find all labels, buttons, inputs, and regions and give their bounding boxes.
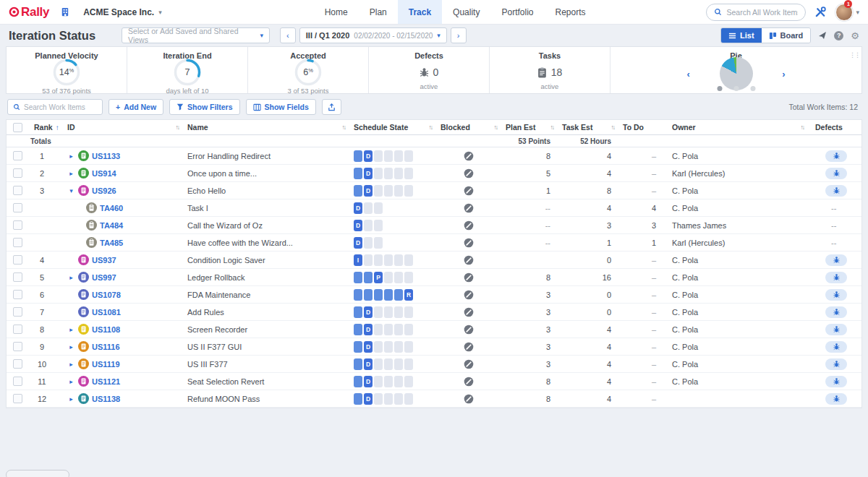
defects-badge[interactable] xyxy=(825,150,847,162)
work-item-id-link[interactable]: US997 xyxy=(92,273,116,282)
blocked-toggle[interactable] xyxy=(441,377,497,387)
sort-icon[interactable]: ↑↓ xyxy=(801,124,804,131)
row-checkbox[interactable] xyxy=(13,359,22,369)
blocked-toggle[interactable] xyxy=(441,359,497,369)
plan-est-cell[interactable]: 8 xyxy=(501,373,558,390)
planned-velocity-card[interactable]: Planned Velocity 14% 53 of 376 points xyxy=(7,47,127,93)
plan-est-cell[interactable]: 3 xyxy=(501,286,558,303)
saved-views-dropdown[interactable]: Select or Add Saved and Shared Views ▾ xyxy=(122,27,270,43)
row-checkbox[interactable] xyxy=(13,342,22,351)
previous-iteration-button[interactable]: ‹ xyxy=(280,27,296,43)
schedule-state-widget[interactable]: D xyxy=(354,324,414,335)
owner-cell[interactable]: C. Pola xyxy=(663,304,808,320)
owner-cell[interactable]: C. Pola xyxy=(663,147,808,164)
schedule-state-widget[interactable]: D xyxy=(354,168,414,179)
work-item-id-link[interactable]: US1138 xyxy=(92,395,120,403)
schedule-state-widget[interactable]: D xyxy=(354,150,414,162)
owner-cell[interactable]: C. Pola xyxy=(663,252,808,268)
column-header-blocked[interactable]: Blocked↑↓ xyxy=(436,120,501,134)
work-item-id-link[interactable]: US937 xyxy=(92,256,116,265)
schedule-state-widget[interactable]: D xyxy=(354,185,414,197)
help-icon[interactable]: ? xyxy=(834,31,843,40)
next-iteration-button[interactable]: › xyxy=(451,27,467,43)
to-do-cell[interactable]: – xyxy=(618,286,663,303)
defects-badge[interactable] xyxy=(825,306,847,318)
plan-est-cell[interactable]: -- xyxy=(501,217,558,233)
to-do-cell[interactable]: – xyxy=(618,165,663,181)
task-est-cell[interactable]: 8 xyxy=(558,182,618,199)
nav-tab-home[interactable]: Home xyxy=(314,0,359,24)
global-search-input[interactable] xyxy=(726,8,798,17)
plan-est-cell[interactable]: 3 xyxy=(501,304,558,320)
row-checkbox[interactable] xyxy=(13,377,22,386)
to-do-cell[interactable]: – xyxy=(618,338,663,355)
tools-icon[interactable] xyxy=(814,6,827,18)
sort-icon[interactable]: ↑↓ xyxy=(550,124,554,131)
defects-badge[interactable] xyxy=(825,376,847,387)
carousel-dot[interactable] xyxy=(750,86,755,91)
plan-est-cell[interactable] xyxy=(501,252,558,268)
work-item-id-link[interactable]: US926 xyxy=(92,186,116,195)
gear-icon[interactable]: ⚙ xyxy=(851,30,859,41)
row-checkbox[interactable] xyxy=(13,220,22,230)
name-cell[interactable]: Error Handling Redirect xyxy=(183,147,349,164)
export-button[interactable] xyxy=(322,99,341,115)
add-new-button[interactable]: + Add New xyxy=(109,99,163,115)
accepted-card[interactable]: Accepted 6% 3 of 53 points xyxy=(248,47,369,93)
column-header-to-do[interactable]: To Do xyxy=(618,120,663,134)
plan-est-cell[interactable]: 1 xyxy=(501,182,558,199)
defects-badge[interactable] xyxy=(825,254,847,266)
to-do-cell[interactable]: – xyxy=(618,373,663,390)
owner-cell[interactable]: C. Pola xyxy=(663,321,808,338)
nav-tab-reports[interactable]: Reports xyxy=(545,0,597,24)
row-checkbox[interactable] xyxy=(13,255,22,265)
row-checkbox[interactable] xyxy=(13,290,22,299)
defects-badge[interactable] xyxy=(825,168,847,179)
name-cell[interactable]: Echo Hello xyxy=(183,182,349,199)
plan-est-cell[interactable]: -- xyxy=(501,199,558,216)
nav-tab-quality[interactable]: Quality xyxy=(442,0,490,24)
work-item-id-link[interactable]: US1081 xyxy=(92,308,121,317)
work-item-id-link[interactable]: US1116 xyxy=(92,343,120,351)
defects-badge[interactable] xyxy=(825,393,847,405)
task-est-cell[interactable]: 4 xyxy=(558,165,618,181)
nav-tab-plan[interactable]: Plan xyxy=(359,0,398,24)
to-do-cell[interactable]: 4 xyxy=(618,199,663,216)
name-cell[interactable]: Once upon a time... xyxy=(183,165,349,181)
plan-est-cell[interactable]: 3 xyxy=(501,356,558,372)
work-items-search[interactable] xyxy=(7,99,103,115)
schedule-state-widget[interactable]: D xyxy=(354,341,414,353)
owner-cell[interactable]: C. Pola xyxy=(663,286,808,303)
plan-est-cell[interactable]: 3 xyxy=(501,338,558,355)
blocked-toggle[interactable] xyxy=(441,168,497,179)
task-est-cell[interactable]: 3 xyxy=(558,217,618,233)
task-est-cell[interactable]: 4 xyxy=(558,321,618,338)
plan-est-cell[interactable]: 3 xyxy=(501,321,558,338)
schedule-state-widget[interactable]: I xyxy=(354,254,414,266)
task-est-cell[interactable]: 0 xyxy=(558,286,618,303)
board-view-button[interactable]: Board xyxy=(762,28,811,43)
row-checkbox[interactable] xyxy=(13,203,22,212)
defects-card[interactable]: Defects 0 active xyxy=(369,47,490,93)
carousel-next-icon[interactable]: › xyxy=(782,69,785,80)
name-cell[interactable]: US III F377 xyxy=(183,356,349,372)
task-est-cell[interactable]: 4 xyxy=(558,373,618,390)
owner-cell[interactable]: C. Pola xyxy=(663,373,808,390)
task-est-cell[interactable]: 4 xyxy=(558,199,618,216)
pie-card[interactable]: Pie ‹ › xyxy=(610,47,861,93)
owner-cell[interactable]: C. Pola xyxy=(663,338,808,355)
task-est-cell[interactable]: 0 xyxy=(558,304,618,320)
select-all-checkbox[interactable] xyxy=(13,123,22,132)
user-menu[interactable]: 1 ▾ xyxy=(835,4,859,21)
task-est-cell[interactable]: 4 xyxy=(558,356,618,372)
to-do-cell[interactable]: – xyxy=(618,356,663,372)
row-checkbox[interactable] xyxy=(13,394,22,403)
to-do-cell[interactable]: – xyxy=(618,252,663,268)
row-expander-icon[interactable]: ▾ xyxy=(67,187,75,194)
blocked-toggle[interactable] xyxy=(441,325,497,335)
column-header-owner[interactable]: Owner↑↓ xyxy=(663,120,808,134)
to-do-cell[interactable]: – xyxy=(618,321,663,338)
work-item-id-link[interactable]: US914 xyxy=(92,169,116,178)
row-expander-icon[interactable]: ▸ xyxy=(67,274,75,281)
plan-est-cell[interactable]: 5 xyxy=(501,165,558,181)
